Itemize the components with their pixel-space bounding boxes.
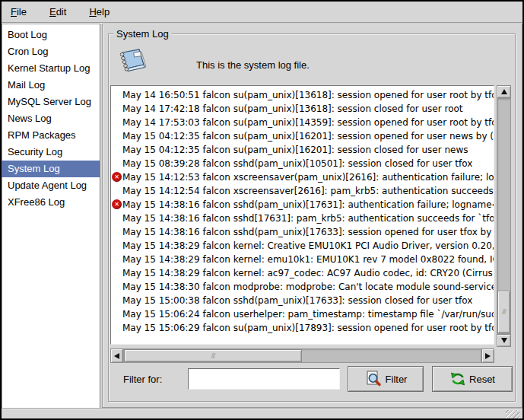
sidebar-item-system-log[interactable]: System Log: [2, 161, 100, 177]
horizontal-scroll-track[interactable]: ///: [123, 348, 481, 363]
sidebar-item-security-log[interactable]: Security Log: [2, 144, 100, 161]
log-line[interactable]: May 15 15:06:29 falcon su(pam_unix)[1789…: [111, 321, 494, 335]
log-description: This is the system log file.: [196, 59, 310, 71]
log-text: May 15 14:38:30 falcon modprobe: modprob…: [122, 282, 494, 292]
log-line[interactable]: May 15 14:38:29 falcon kernel: ac97_code…: [111, 266, 494, 280]
system-logs-window: FileEditHelp Boot LogCron LogKernel Star…: [0, 0, 524, 420]
group-title: System Log: [113, 28, 172, 40]
log-text: May 15 15:00:38 falcon sshd(pam_unix)[17…: [122, 295, 472, 306]
arrow-left-icon: [114, 353, 119, 359]
search-document-icon: [364, 371, 383, 387]
log-text: May 15 14:38:29 falcon kernel: emu10k1: …: [122, 254, 494, 265]
log-line[interactable]: May 14 17:42:18 falcon su(pam_unix)[1361…: [111, 102, 494, 116]
log-line[interactable]: May 15 14:38:29 falcon kernel: Creative …: [111, 239, 494, 253]
log-line[interactable]: May 15 08:39:28 falcon sshd(pam_unix)[10…: [111, 157, 494, 170]
filter-input[interactable]: [188, 368, 340, 390]
log-text: May 15 14:38:16 falcon sshd[17631]: pam_…: [122, 213, 494, 224]
menu-item-help[interactable]: Help: [86, 5, 113, 19]
reset-button-label: Reset: [469, 374, 495, 385]
menu-bar: FileEditHelp: [2, 2, 522, 23]
scroll-left-button[interactable]: [110, 348, 123, 363]
scroll-right-button[interactable]: [481, 348, 494, 363]
sidebar-item-kernel-startup-log[interactable]: Kernel Startup Log: [2, 60, 100, 77]
sidebar-item-cron-log[interactable]: Cron Log: [2, 43, 100, 60]
sidebar-item-rpm-packages[interactable]: RPM Packages: [2, 127, 100, 144]
log-line[interactable]: May 15 14:38:16 falcon sshd[17631]: pam_…: [111, 212, 494, 225]
sidebar-item-update-agent-log[interactable]: Update Agent Log: [2, 177, 100, 194]
sidebar-item-boot-log[interactable]: Boot Log: [2, 27, 100, 43]
sidebar: Boot LogCron LogKernel Startup LogMail L…: [2, 24, 100, 408]
log-line[interactable]: May 15 14:38:30 falcon modprobe: modprob…: [111, 280, 494, 294]
log-line[interactable]: May 15 14:12:54 falcon xscreensaver[2616…: [111, 184, 494, 198]
error-icon: [112, 199, 122, 209]
log-text: May 14 16:50:51 falcon su(pam_unix)[1361…: [122, 90, 494, 100]
reset-button[interactable]: Reset: [432, 366, 513, 392]
log-viewport[interactable]: May 14 16:50:51 falcon su(pam_unix)[1361…: [110, 85, 494, 345]
log-line[interactable]: May 14 17:53:03 falcon su(pam_unix)[1435…: [111, 116, 494, 129]
scroll-down-button[interactable]: [497, 334, 511, 347]
log-text: May 15 14:12:53 falcon xscreensaver(pam_…: [122, 172, 494, 183]
log-text: May 15 15:06:29 falcon su(pam_unix)[1789…: [122, 323, 494, 333]
log-text: May 15 04:12:35 falcon su(pam_unix)[1620…: [122, 145, 468, 155]
scroll-up-button[interactable]: [497, 85, 511, 98]
notebook-icon: [114, 47, 148, 81]
error-icon: [112, 172, 122, 182]
log-text: May 14 17:42:18 falcon su(pam_unix)[1361…: [122, 103, 463, 114]
sidebar-item-mail-log[interactable]: Mail Log: [2, 77, 100, 94]
log-text: May 15 14:38:16 falcon sshd(pam_unix)[17…: [122, 227, 494, 237]
resize-grip-icon[interactable]: [506, 410, 519, 418]
log-line[interactable]: May 15 14:38:16 falcon sshd(pam_unix)[17…: [111, 198, 494, 212]
vertical-scroll-thumb[interactable]: ///: [497, 291, 510, 333]
log-line[interactable]: May 15 04:12:35 falcon su(pam_unix)[1620…: [111, 143, 494, 157]
log-text: May 15 08:39:28 falcon sshd(pam_unix)[10…: [122, 158, 472, 169]
log-text: May 15 14:38:29 falcon kernel: ac97_code…: [122, 268, 494, 278]
arrow-down-icon: [501, 338, 507, 343]
log-text: May 15 14:38:16 falcon sshd(pam_unix)[17…: [122, 199, 494, 210]
log-text: May 15 15:06:24 falcon userhelper: pam_t…: [122, 309, 494, 320]
log-text: May 15 04:12:35 falcon su(pam_unix)[1620…: [122, 131, 494, 142]
log-line[interactable]: May 15 15:06:24 falcon userhelper: pam_t…: [111, 307, 494, 321]
arrow-right-icon: [485, 353, 491, 359]
filter-button[interactable]: Filter: [348, 366, 424, 392]
log-line[interactable]: May 14 16:50:51 falcon su(pam_unix)[1361…: [111, 88, 494, 102]
status-bar: [2, 408, 522, 419]
log-text: May 15 14:12:54 falcon xscreensaver[2616…: [122, 186, 494, 196]
log-line[interactable]: May 15 14:12:53 falcon xscreensaver(pam_…: [111, 170, 494, 184]
log-line[interactable]: May 15 15:00:38 falcon sshd(pam_unix)[17…: [111, 294, 494, 307]
log-text: May 15 14:38:29 falcon kernel: Creative …: [122, 240, 494, 251]
filter-button-label: Filter: [386, 374, 408, 385]
sidebar-item-xfree86-log[interactable]: XFree86 Log: [2, 194, 100, 211]
menu-item-edit[interactable]: Edit: [46, 5, 69, 19]
arrow-up-icon: [501, 89, 507, 94]
sidebar-item-news-log[interactable]: News Log: [2, 110, 100, 127]
filter-label: Filter for:: [123, 374, 162, 385]
menu-item-file[interactable]: File: [8, 5, 30, 19]
log-text: May 14 17:53:03 falcon su(pam_unix)[1435…: [122, 117, 494, 128]
vertical-scroll-track[interactable]: ///: [497, 98, 511, 334]
vertical-scrollbar: ///: [497, 85, 511, 347]
horizontal-scrollbar: ///: [110, 348, 494, 363]
log-line[interactable]: May 15 14:38:29 falcon kernel: emu10k1: …: [111, 253, 494, 266]
log-line[interactable]: May 15 14:38:16 falcon sshd(pam_unix)[17…: [111, 225, 494, 239]
refresh-icon: [449, 371, 466, 387]
sidebar-item-mysql-server-log[interactable]: MySQL Server Log: [2, 94, 100, 110]
log-line[interactable]: May 15 04:12:35 falcon su(pam_unix)[1620…: [111, 129, 494, 143]
horizontal-scroll-thumb[interactable]: ///: [124, 349, 302, 362]
